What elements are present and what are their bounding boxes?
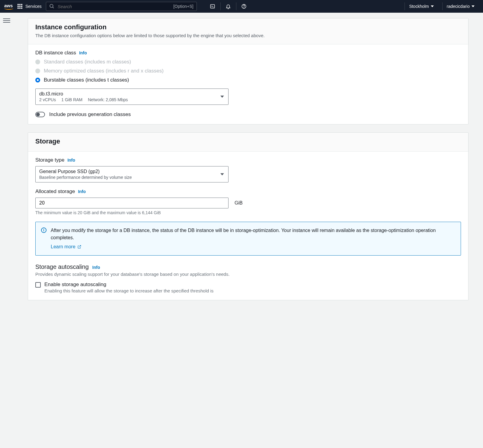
allocated-storage-info-link[interactable]: Info xyxy=(78,189,86,194)
instance-config-header: Instance configuration The DB instance c… xyxy=(28,18,468,44)
previous-gen-toggle[interactable] xyxy=(35,112,45,117)
learn-more-text: Learn more xyxy=(51,243,75,250)
autoscaling-desc: Provides dynamic scaling support for you… xyxy=(35,272,461,277)
instance-config-desc: The DB instance configuration options be… xyxy=(35,33,461,38)
svg-line-1 xyxy=(53,7,54,8)
notifications-button[interactable] xyxy=(220,2,236,10)
svg-point-0 xyxy=(50,4,53,8)
user-label: radecicdario xyxy=(447,4,470,9)
radio-memory-classes[interactable]: Memory optimized classes (includes r and… xyxy=(35,68,461,74)
storage-header: Storage xyxy=(28,133,468,152)
radio-label: Burstable classes (includes t classes) xyxy=(44,77,129,83)
services-grid-icon xyxy=(18,4,22,9)
previous-gen-label: Include previous generation classes xyxy=(49,111,131,118)
services-menu[interactable]: Services xyxy=(18,4,42,9)
top-nav: aws Services [Option+S] Stockholm radeci… xyxy=(0,0,483,13)
instance-type-dropdown[interactable]: db.t3.micro 2 vCPUs 1 GiB RAM Network: 2… xyxy=(35,89,229,105)
help-icon xyxy=(241,4,247,9)
instance-ram: 1 GiB RAM xyxy=(61,97,82,102)
storage-unit: GiB xyxy=(235,200,243,206)
instance-type-name: db.t3.micro xyxy=(39,91,216,97)
storage-info-box: i After you modify the storage for a DB … xyxy=(35,222,461,256)
radio-label: Standard classes (includes m classes) xyxy=(44,59,131,65)
chevron-down-icon xyxy=(220,96,224,98)
instance-network: Network: 2,085 Mbps xyxy=(88,97,128,102)
search-box[interactable]: [Option+S] xyxy=(46,2,197,11)
autoscaling-checkbox-desc: Enabling this feature will allow the sto… xyxy=(44,288,213,293)
external-link-icon xyxy=(77,245,82,249)
storage-type-label: Storage type xyxy=(35,157,64,163)
search-kbd-hint: [Option+S] xyxy=(173,4,194,9)
storage-type-dropdown[interactable]: General Purpose SSD (gp2) Baseline perfo… xyxy=(35,166,229,182)
enable-autoscaling-checkbox[interactable] xyxy=(35,282,41,288)
db-class-radio-group: Standard classes (includes m classes) Me… xyxy=(35,59,461,83)
toggle-thumb-icon xyxy=(36,113,40,116)
search-icon xyxy=(49,4,55,9)
nav-icons xyxy=(205,2,252,10)
user-menu[interactable]: radecicdario xyxy=(442,2,479,10)
region-selector[interactable]: Stockholm xyxy=(405,2,438,10)
allocated-storage-hint: The minimum value is 20 GiB and the maxi… xyxy=(35,210,461,215)
radio-icon xyxy=(35,69,40,73)
allocated-storage-label: Allocated storage xyxy=(35,189,75,195)
cloudshell-button[interactable] xyxy=(205,2,220,10)
info-icon: i xyxy=(41,227,46,233)
storage-panel: Storage Storage type Info General Purpos… xyxy=(28,132,469,300)
storage-title: Storage xyxy=(35,137,461,145)
info-box-text: After you modify the storage for a DB in… xyxy=(51,228,436,240)
region-label: Stockholm xyxy=(409,4,429,9)
instance-vcpus: 2 vCPUs xyxy=(39,97,56,102)
services-label: Services xyxy=(25,4,42,9)
cloudshell-icon xyxy=(210,4,215,9)
storage-type-desc: Baseline performance determined by volum… xyxy=(39,175,132,180)
instance-config-panel: Instance configuration The DB instance c… xyxy=(28,18,469,124)
radio-burstable-classes[interactable]: Burstable classes (includes t classes) xyxy=(35,77,461,83)
autoscaling-info-link[interactable]: Info xyxy=(92,265,100,270)
svg-point-5 xyxy=(244,8,244,8)
autoscaling-title: Storage autoscaling xyxy=(35,263,89,270)
help-button[interactable] xyxy=(236,2,252,10)
radio-label: Memory optimized classes (includes r and… xyxy=(44,68,164,74)
bell-icon xyxy=(226,4,231,9)
main-content: Instance configuration The DB instance c… xyxy=(13,13,483,300)
allocated-storage-input[interactable] xyxy=(35,198,229,208)
learn-more-link[interactable]: Learn more xyxy=(51,243,82,250)
instance-config-title: Instance configuration xyxy=(35,23,461,31)
radio-icon xyxy=(35,60,40,64)
caret-down-icon xyxy=(472,5,475,7)
storage-type-info-link[interactable]: Info xyxy=(67,158,75,163)
search-input[interactable] xyxy=(58,4,170,9)
chevron-down-icon xyxy=(220,173,224,176)
db-class-label: DB instance class xyxy=(35,50,76,56)
autoscaling-checkbox-label: Enable storage autoscaling xyxy=(44,282,213,288)
storage-type-name: General Purpose SSD (gp2) xyxy=(39,169,216,174)
radio-icon xyxy=(35,78,40,82)
sidebar-toggle[interactable] xyxy=(3,17,10,24)
aws-swoosh-icon xyxy=(4,7,13,10)
storage-autoscaling-section: Storage autoscaling Info Provides dynami… xyxy=(35,263,461,293)
radio-standard-classes[interactable]: Standard classes (includes m classes) xyxy=(35,59,461,65)
db-class-info-link[interactable]: Info xyxy=(79,50,87,55)
caret-down-icon xyxy=(431,5,434,7)
aws-logo[interactable]: aws xyxy=(4,3,13,10)
